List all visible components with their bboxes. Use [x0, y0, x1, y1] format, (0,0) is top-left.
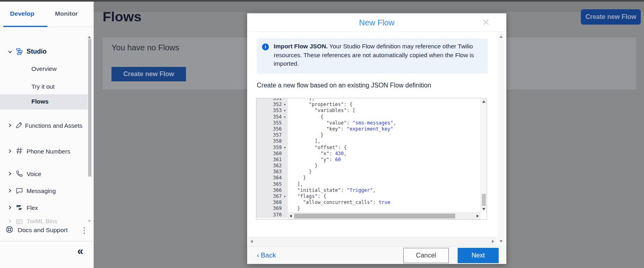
- modal-title: New Flow: [247, 13, 506, 32]
- modal-footer: ‹Back Cancel Next: [247, 246, 506, 264]
- twiml-bins-icon: [15, 218, 23, 224]
- line-number: 368: [273, 199, 282, 206]
- line-number: 360: [273, 151, 282, 157]
- sidebar: Develop Monitor Studio Overview Try it o…: [0, 2, 94, 268]
- chevron-right-icon[interactable]: [7, 205, 13, 210]
- new-flow-modal: New Flow × i Import Flow JSON. Your Stud…: [247, 13, 506, 264]
- sidebar-item-label: Messaging: [27, 187, 56, 194]
- chat-bubble-icon: [15, 187, 23, 195]
- chevron-right-icon[interactable]: [7, 123, 13, 128]
- next-button[interactable]: Next: [458, 248, 499, 263]
- sidebar-item-flows-active[interactable]: Flows: [0, 94, 88, 110]
- line-number: 354: [273, 114, 282, 120]
- line-number: 365: [273, 181, 282, 187]
- tab-monitor[interactable]: Monitor: [44, 2, 89, 27]
- back-link[interactable]: ‹Back: [257, 247, 276, 264]
- editor-horizontal-scrollbar[interactable]: [288, 212, 481, 219]
- editor-hscroll-thumb[interactable]: [294, 214, 455, 218]
- modal-header: New Flow ×: [247, 13, 506, 32]
- sidebar-item-phone-numbers[interactable]: Phone Numbers: [0, 141, 93, 162]
- modal-scroll-right-icon[interactable]: [492, 240, 494, 243]
- editor-scroll-down-icon[interactable]: [482, 208, 485, 210]
- editor-scroll-up-icon[interactable]: [482, 100, 485, 103]
- fold-toggle-icon[interactable]: ▾: [282, 108, 288, 114]
- line-number: 366: [273, 187, 282, 193]
- sidebar-item-overview[interactable]: Overview: [0, 63, 93, 74]
- editor-line: 359▾ "offset": {: [256, 145, 481, 151]
- editor-line: 361 "y": 60: [256, 157, 481, 163]
- line-number: 364: [273, 175, 282, 181]
- sidebar-scroll-down-icon[interactable]: [88, 220, 91, 222]
- back-label: Back: [261, 251, 276, 259]
- sidebar-item-flex[interactable]: Flex: [0, 202, 93, 213]
- tab-develop[interactable]: Develop: [0, 2, 44, 27]
- editor-line: 352▾ "properties": {: [256, 102, 481, 108]
- modal-horizontal-scrollbar[interactable]: [248, 237, 497, 246]
- line-number: 358: [273, 138, 282, 144]
- close-icon[interactable]: ×: [482, 15, 489, 29]
- chevron-right-icon[interactable]: [7, 171, 13, 177]
- sidebar-item-try-it-out[interactable]: Try it out: [0, 81, 93, 92]
- fold-toggle-icon[interactable]: ▾: [282, 193, 288, 199]
- chevron-down-icon[interactable]: [7, 49, 13, 55]
- kebab-menu-icon[interactable]: ⋮: [80, 226, 88, 235]
- chevron-right-icon[interactable]: [7, 148, 13, 154]
- sidebar-scrollbar[interactable]: [88, 39, 91, 177]
- editor-line: 366 "initial_state": "Trigger",: [256, 187, 481, 193]
- collapse-sidebar-button[interactable]: «: [77, 245, 83, 258]
- chevron-right-icon[interactable]: [7, 188, 13, 193]
- editor-line: 367▾ "flags": {: [256, 193, 481, 199]
- line-number: 357: [273, 132, 282, 138]
- fold-toggle-icon[interactable]: ▾: [282, 114, 288, 120]
- editor-scroll-right-icon[interactable]: [477, 214, 479, 218]
- fold-toggle-icon[interactable]: ▾: [282, 102, 288, 108]
- modal-vertical-scrollbar[interactable]: [498, 32, 504, 246]
- info-icon: i: [262, 44, 269, 50]
- editor-line: 369 }: [256, 206, 481, 212]
- line-number: 367: [273, 193, 282, 199]
- line-number: 359: [273, 145, 282, 151]
- modal-scroll-left-icon[interactable]: [250, 240, 253, 243]
- editor-vertical-scrollbar[interactable]: [481, 98, 487, 212]
- line-number: 356: [273, 126, 282, 132]
- sidebar-item-twiml-bins[interactable]: TwiML Bins: [0, 218, 93, 224]
- line-number: 353: [273, 108, 282, 114]
- sidebar-item-voice[interactable]: Voice: [0, 168, 93, 179]
- line-number: 363: [273, 169, 282, 175]
- editor-line: 358 ],: [256, 138, 481, 144]
- empty-flows-message: You have no Flows: [111, 43, 179, 52]
- cancel-button[interactable]: Cancel: [403, 248, 449, 263]
- life-ring-icon: [5, 225, 14, 234]
- editor-vscroll-thumb[interactable]: [482, 194, 486, 206]
- sidebar-item-label: TwiML Bins: [27, 218, 57, 224]
- json-editor[interactable]: 351 ],352▾ "properties": {353▾ "variable…: [256, 98, 487, 220]
- line-number: 361: [273, 157, 282, 163]
- dimmed-top-navbar: [0, 0, 644, 2]
- import-info-callout: i Import Flow JSON. Your Studio Flow def…: [257, 38, 488, 74]
- line-number: 351: [273, 98, 282, 102]
- editor-line: 360 "x": 430,: [256, 151, 481, 157]
- info-text-bold: Import Flow JSON.: [274, 43, 328, 50]
- hash-icon: [15, 147, 23, 155]
- json-editor-lines[interactable]: 351 ],352▾ "properties": {353▾ "variable…: [256, 98, 481, 219]
- create-new-flow-button[interactable]: Create new Flow: [111, 67, 186, 81]
- phone-handset-icon: [15, 170, 23, 178]
- line-number: 362: [273, 163, 282, 169]
- functions-icon: [15, 121, 23, 129]
- sidebar-item-messaging[interactable]: Messaging: [0, 185, 93, 196]
- sidebar-item-functions-and-assets[interactable]: Functions and Assets: [0, 115, 93, 136]
- page-title: Flows: [103, 9, 141, 25]
- editor-line: 356 "key": "experiment_key": [256, 126, 481, 132]
- sidebar-scroll-up-icon[interactable]: [88, 36, 91, 38]
- sidebar-item-docs-and-support[interactable]: Docs and Support ⋮: [0, 224, 93, 238]
- create-new-flow-header-button[interactable]: Create new Flow: [581, 9, 641, 25]
- line-number: 369: [273, 206, 282, 212]
- sidebar-item-label: Try it out: [31, 83, 55, 90]
- fold-toggle-icon[interactable]: ▾: [282, 145, 288, 151]
- modal-scroll-up-icon[interactable]: [500, 35, 503, 38]
- sidebar-item-studio[interactable]: Studio: [0, 46, 93, 57]
- modal-scroll-down-icon[interactable]: [500, 240, 503, 243]
- editor-line: 368 "allow_concurrent_calls": true: [256, 199, 481, 206]
- editor-line: 355 "value": "sms-messages",: [256, 120, 481, 126]
- editor-scroll-left-icon[interactable]: [289, 214, 292, 218]
